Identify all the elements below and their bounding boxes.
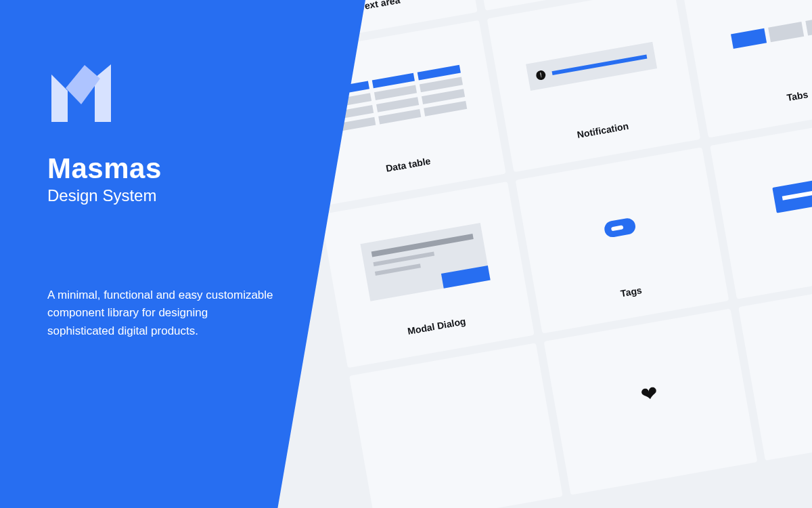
hero-subtitle: Design System	[47, 186, 318, 205]
card-label: Tabs	[786, 89, 809, 103]
masmas-logo	[47, 61, 115, 129]
component-card-tabs[interactable]: Tabs	[681, 0, 812, 137]
tabs-icon	[698, 0, 812, 93]
card-label: Modal Dialog	[407, 316, 467, 337]
hero-blurb: A minimal, functional and easy customiza…	[47, 287, 277, 340]
component-card-like[interactable]: ❤	[544, 309, 758, 495]
tooltip-icon	[726, 132, 812, 255]
component-card-notification[interactable]: ! Notification	[487, 0, 701, 172]
alert-icon: !	[535, 69, 546, 80]
modal-icon	[337, 200, 514, 323]
card-label: Tags	[620, 284, 643, 299]
tag-icon	[532, 166, 708, 289]
notification-icon: !	[503, 5, 680, 127]
hero-title: Masmas	[47, 152, 318, 185]
component-card-tooltip[interactable]: To	[710, 113, 812, 299]
card-label: Data table	[385, 155, 432, 173]
heart-icon: ❤	[560, 328, 739, 461]
component-card-modal[interactable]: Modal Dialog	[321, 182, 535, 368]
card-label: Notification	[576, 121, 629, 140]
hero-panel: Masmas Design System A minimal, function…	[0, 0, 365, 508]
component-card-tags[interactable]: Tags	[516, 147, 729, 333]
component-card-blank[interactable]	[349, 343, 563, 508]
